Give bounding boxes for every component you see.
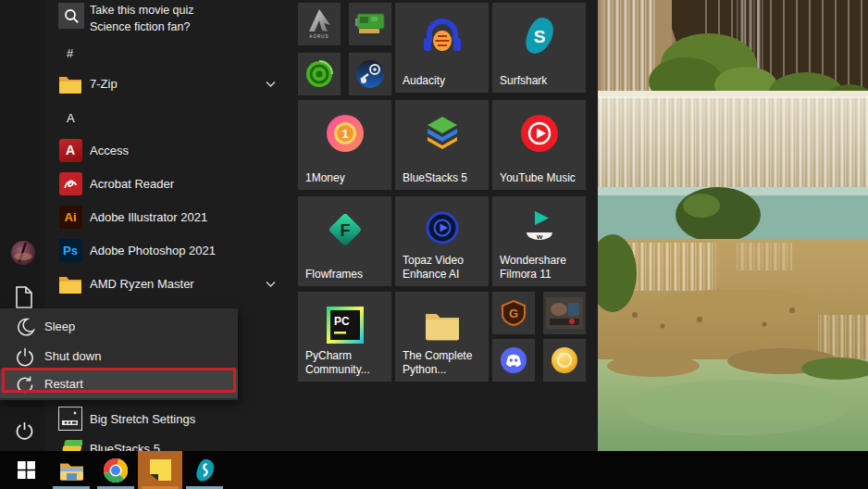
surfshark-taskbar-icon <box>193 458 217 483</box>
folder-icon <box>58 271 82 295</box>
app-label: Access <box>90 144 129 157</box>
documents-icon[interactable] <box>14 285 34 309</box>
aorus-wordmark: AORUS <box>309 34 329 39</box>
power-menu-label: Shut down <box>44 349 101 363</box>
desktop-wallpaper <box>598 0 868 451</box>
tile-aorus[interactable]: AORUS <box>298 3 341 45</box>
tile-label: Flowframes <box>305 268 389 282</box>
filmora-icon: w <box>519 210 560 253</box>
taskbar-sticky-notes[interactable] <box>138 451 182 489</box>
tile-surfshark[interactable]: S Surfshark <box>492 3 586 93</box>
tile-label: PyCharm Community... <box>305 349 389 377</box>
surfshark-icon: S <box>520 16 559 60</box>
power-menu-label: Sleep <box>44 320 75 333</box>
gigapixel-shield-icon: G <box>500 299 527 327</box>
folder-icon <box>424 309 461 345</box>
start-menu: Take this movie quiz Science fiction fan… <box>0 0 598 451</box>
game-art-icon <box>546 297 583 329</box>
app-label: Big Stretch Settings <box>90 412 195 426</box>
tile-topaz-gigapixel[interactable]: G <box>492 292 535 334</box>
tile-flowframes[interactable]: F Flowframes <box>298 196 391 286</box>
section-header-a[interactable]: A <box>44 104 287 132</box>
app-row-amd-ryzen-master[interactable]: AMD Ryzen Master <box>44 267 287 300</box>
app-row-access[interactable]: A Access <box>44 133 287 167</box>
big-stretch-icon <box>58 407 82 431</box>
tile-bluestacks-5[interactable]: BlueStacks 5 <box>395 100 489 190</box>
tile-youtube-music[interactable]: YouTube Music <box>492 100 586 190</box>
svg-text:G: G <box>509 307 518 320</box>
tile-pycharm[interactable]: PC PyCharm Community... <box>298 292 391 382</box>
suggested-content[interactable]: Take this movie quiz Science fiction fan… <box>44 0 287 37</box>
annotation-red-box <box>2 368 236 393</box>
moon-icon <box>15 317 35 337</box>
green-spiral-icon <box>304 59 334 89</box>
tile-label: Wondershare Filmora 11 <box>500 254 583 282</box>
steam-icon <box>355 59 385 89</box>
app-row-illustrator[interactable]: Ai Adobe Illustrator 2021 <box>44 200 287 233</box>
power-menu-shut-down[interactable]: Shut down <box>0 342 238 370</box>
tile-label: 1Money <box>305 171 389 185</box>
flowframes-icon: F <box>324 208 366 255</box>
bluestacks-5-icon <box>422 114 463 157</box>
app-row-7zip[interactable]: 7-Zip <box>44 67 287 100</box>
svg-text:S: S <box>533 27 545 46</box>
taskbar-chrome[interactable] <box>93 451 138 489</box>
svg-text:PC: PC <box>334 315 350 328</box>
user-avatar[interactable] <box>11 241 35 265</box>
tile-topaz-video-enhance-ai[interactable]: Topaz Video Enhance AI <box>395 196 489 286</box>
tile-label: Audacity <box>403 74 486 88</box>
svg-text:1: 1 <box>341 127 348 141</box>
tile-label: Topaz Video Enhance AI <box>403 254 486 282</box>
1money-icon: 1 <box>325 113 366 157</box>
section-header-numbers[interactable]: # <box>44 39 287 67</box>
tile-gold-ring-app[interactable] <box>543 339 586 382</box>
taskbar <box>0 451 868 489</box>
tile-label: YouTube Music <box>500 171 583 185</box>
tile-game-artwork[interactable] <box>543 292 586 334</box>
chevron-down-icon[interactable] <box>266 77 276 91</box>
pycharm-icon: PC <box>325 305 366 349</box>
tile-pci-device[interactable] <box>349 3 391 45</box>
app-label: Acrobat Reader <box>90 177 174 191</box>
start-button[interactable] <box>4 451 48 489</box>
svg-text:F: F <box>340 221 350 240</box>
tile-python-folder[interactable]: The Complete Python... <box>395 292 489 382</box>
acrobat-reader-icon <box>58 171 82 195</box>
suggestion-line1: Take this movie quiz <box>90 2 194 19</box>
youtube-music-icon <box>519 113 560 157</box>
app-label: AMD Ryzen Master <box>90 277 194 291</box>
suggestion-line2: Science fiction fan? <box>90 19 194 35</box>
tile-label: Surfshark <box>500 74 583 88</box>
tile-audacity[interactable]: Audacity <box>395 3 489 93</box>
access-icon: A <box>58 138 82 162</box>
taskbar-surfshark[interactable] <box>182 451 227 489</box>
chrome-icon <box>104 458 128 483</box>
app-row-big-stretch-settings[interactable]: Big Stretch Settings <box>44 402 287 435</box>
sticky-notes-icon <box>149 458 172 482</box>
app-row-photoshop[interactable]: Ps Adobe Photoshop 2021 <box>44 233 287 267</box>
tile-label: BlueStacks 5 <box>403 171 486 185</box>
app-row-acrobat-reader[interactable]: Acrobat Reader <box>44 167 287 200</box>
gold-ring-icon <box>550 345 579 375</box>
taskbar-file-explorer[interactable] <box>49 451 93 489</box>
app-label: Adobe Photoshop 2021 <box>90 244 216 257</box>
tile-steam[interactable] <box>349 53 391 95</box>
suggestion-text: Take this movie quiz Science fiction fan… <box>90 2 194 35</box>
audacity-icon <box>422 18 463 58</box>
tile-discord[interactable] <box>492 339 535 382</box>
power-button[interactable] <box>14 420 34 440</box>
windows-logo-icon <box>18 461 35 479</box>
tile-green-spiral-app[interactable] <box>298 53 341 95</box>
svg-text:w: w <box>535 232 542 241</box>
tile-wondershare-filmora[interactable]: w Wondershare Filmora 11 <box>492 196 586 286</box>
photoshop-icon: Ps <box>58 238 82 262</box>
pci-card-icon <box>354 11 386 37</box>
chevron-down-icon[interactable] <box>266 277 276 291</box>
tile-1money[interactable]: 1 1Money <box>298 100 391 190</box>
search-icon <box>58 3 84 29</box>
power-menu-sleep[interactable]: Sleep <box>0 312 238 341</box>
section-header-label: # <box>67 46 73 60</box>
section-header-label: A <box>67 111 75 125</box>
tile-label: The Complete Python... <box>403 349 486 377</box>
desktop-screen: Take this movie quiz Science fiction fan… <box>0 0 868 489</box>
